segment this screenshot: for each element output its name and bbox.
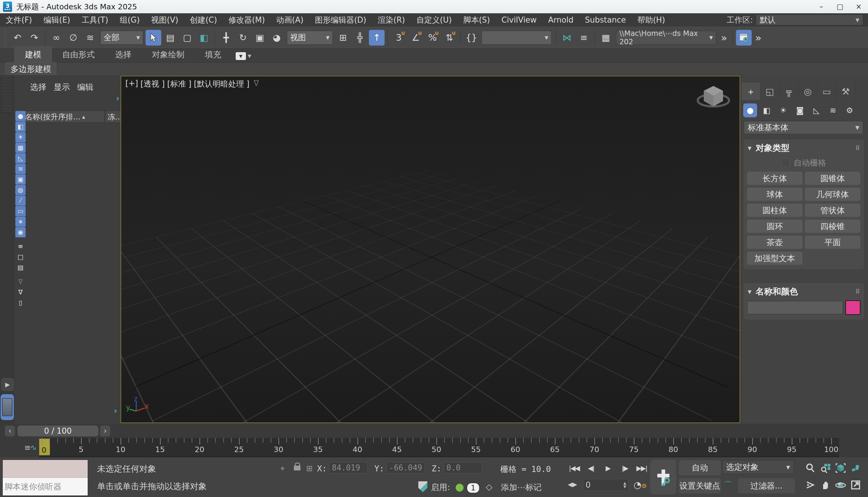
maximize-viewport-toggle-icon[interactable] <box>848 477 863 493</box>
layer-explorer-icon[interactable]: ▦ <box>598 30 614 45</box>
display-groups-icon[interactable]: ▣ <box>15 174 26 185</box>
go-to-start-button[interactable]: |◀◀ <box>567 462 582 475</box>
zoom-extents-icon[interactable] <box>833 459 848 477</box>
object-button-9[interactable]: 平面 <box>805 236 860 249</box>
maxscript-mini-listener[interactable]: 脚本迷你侦听器 <box>2 459 88 496</box>
select-by-name-icon[interactable]: ▤ <box>162 30 178 45</box>
rectangular-selection-region-icon[interactable]: ▢ <box>179 30 195 45</box>
menu-item-4[interactable]: 视图(V) <box>146 13 184 27</box>
display-cameras-icon[interactable]: ▦ <box>15 143 26 153</box>
frame-spinner[interactable]: ▲▼ <box>621 479 628 491</box>
viewport-label-segment-0[interactable]: [+] <box>126 79 138 89</box>
display-materials-icon[interactable]: ≡ <box>15 241 26 252</box>
explorer-expand-icon[interactable]: › <box>116 94 119 103</box>
object-button-2[interactable]: 球体 <box>747 188 802 201</box>
tab-hierarchy-icon[interactable]: ╦ <box>779 83 798 100</box>
ribbon-tab-2[interactable]: 选择 <box>105 47 142 62</box>
window-crossing-icon[interactable]: ◧ <box>196 30 212 45</box>
category-cameras-icon[interactable]: ◙ <box>793 103 807 117</box>
object-category-dropdown[interactable]: 标准基本体▼ <box>744 121 863 134</box>
snaps-toggle-icon[interactable]: 3∩ <box>391 30 407 45</box>
display-space-warps-icon[interactable]: ≋ <box>15 164 26 174</box>
tab-motion-icon[interactable]: ◎ <box>798 83 818 100</box>
y-coordinate-field[interactable]: -66.049 <box>386 462 425 473</box>
select-and-scale-icon[interactable]: ▣ <box>252 30 268 45</box>
viewport-label-segment-3[interactable]: [默认明暗处理 ] <box>194 79 250 89</box>
menu-item-13[interactable]: Arnold <box>543 13 579 27</box>
object-button-3[interactable]: 几何球体 <box>805 188 860 201</box>
toolbar-overflow2-icon[interactable]: » <box>752 32 765 44</box>
menu-item-15[interactable]: 帮助(H) <box>632 13 671 27</box>
object-button-5[interactable]: 管状体 <box>805 204 860 217</box>
frame-indicator[interactable]: 0 / 100 <box>17 426 98 436</box>
filter-icon[interactable]: ∇ <box>15 287 26 297</box>
auto-key-button[interactable]: 自动 <box>679 460 721 475</box>
previous-frame-button[interactable]: ◀| <box>584 462 599 475</box>
menu-item-12[interactable]: CivilView <box>496 13 543 27</box>
zoom-icon[interactable] <box>803 459 818 477</box>
menu-item-1[interactable]: 编辑(E) <box>38 13 76 27</box>
category-helpers-icon[interactable]: ◺ <box>810 103 823 117</box>
display-boxes-icon[interactable]: ▭ <box>15 206 26 216</box>
category-systems-icon[interactable]: ⚙ <box>843 103 856 117</box>
select-and-rotate-icon[interactable]: ↻ <box>235 30 251 45</box>
tab-polygon-modeling[interactable]: 多边形建模 <box>5 62 56 75</box>
object-button-8[interactable]: 茶壶 <box>747 236 802 249</box>
reference-coord-system-dropdown[interactable]: 视图▼ <box>287 31 333 45</box>
menu-item-11[interactable]: 脚本(S) <box>457 13 496 27</box>
menu-item-5[interactable]: 创建(C) <box>184 13 223 27</box>
transform-gizmo-icon[interactable]: ⌖ <box>280 464 285 473</box>
name-color-rollout-header[interactable]: ▼ 名称和颜色 ⠿ <box>744 283 864 299</box>
close-button[interactable]: × <box>849 0 868 13</box>
maximize-button[interactable]: ▢ <box>830 0 849 13</box>
object-color-swatch[interactable] <box>845 300 860 315</box>
menu-item-2[interactable]: 工具(T) <box>76 13 114 27</box>
zoom-extents-all-icon[interactable] <box>848 459 863 477</box>
tab-utilities-icon[interactable]: ⚒ <box>836 83 855 100</box>
listener-script-row[interactable]: 脚本迷你侦听器 <box>3 478 88 496</box>
project-folder-dropdown[interactable]: \\Mac\Home\⋯ds Max 202▼ <box>616 31 716 45</box>
explorer-menu-0[interactable]: 选择 <box>30 82 46 93</box>
minimize-button[interactable]: – <box>812 0 830 13</box>
menu-item-6[interactable]: 修改器(M) <box>223 13 271 27</box>
menu-item-7[interactable]: 动画(A) <box>271 13 309 27</box>
display-bones-icon[interactable]: ⁄ <box>15 196 26 206</box>
ribbon-tab-4[interactable]: 填充 <box>195 47 232 62</box>
scene-cube-icon[interactable]: ◇ <box>486 482 492 492</box>
display-list-icon[interactable]: ▤ <box>15 262 26 273</box>
object-button-4[interactable]: 圆柱体 <box>747 204 802 217</box>
percent-snap-icon[interactable]: %∩ <box>425 30 440 45</box>
listener-macro-row[interactable] <box>3 460 88 478</box>
autogrid-checkbox[interactable] <box>781 159 790 167</box>
align-icon[interactable]: ≡ <box>576 30 592 45</box>
display-lights-icon[interactable]: ☀ <box>15 132 26 142</box>
bind-to-space-warp-icon[interactable]: ≋ <box>82 30 98 45</box>
next-frame-button[interactable]: |▶ <box>617 462 632 475</box>
tab-modify-icon[interactable]: ◱ <box>761 83 779 100</box>
explorer-menu-1[interactable]: 显示 <box>54 82 70 93</box>
display-shapes-icon[interactable]: ◧ <box>15 122 26 132</box>
key-filters-icon[interactable]: ⌒ <box>723 480 732 492</box>
select-object-icon[interactable] <box>146 30 161 45</box>
key-mode-dropdown[interactable]: 选定对象▼ <box>722 460 794 474</box>
key-filters-button[interactable]: 过滤器... <box>738 478 795 493</box>
toolbar-grip[interactable] <box>4 29 6 46</box>
ribbon-tab-1[interactable]: 自由形式 <box>52 47 105 62</box>
workspace-dropdown[interactable]: 默认▼ <box>756 14 863 25</box>
menu-item-8[interactable]: 图形编辑器(D) <box>309 13 372 27</box>
notification-count-badge[interactable]: 1 <box>467 483 480 493</box>
time-configuration-icon[interactable]: ◔⚙ <box>633 480 647 490</box>
angle-snap-icon[interactable]: ∠∩ <box>408 30 424 45</box>
next-frame-arrow[interactable]: › <box>100 426 110 436</box>
select-and-move-icon[interactable]: ╋ <box>218 30 234 45</box>
object-button-10[interactable]: 加强型文本 <box>747 252 802 265</box>
edit-named-selection-sets-icon[interactable]: {} <box>464 30 479 45</box>
object-button-0[interactable]: 长方体 <box>747 172 802 185</box>
view-cube[interactable] <box>694 82 733 114</box>
render-setup-icon[interactable] <box>736 30 752 45</box>
category-space-warps-icon[interactable]: ≋ <box>826 103 840 117</box>
enabled-status-dot[interactable] <box>456 484 464 492</box>
timeline-ruler[interactable]: 0 51015202530354045505560657075808590951… <box>39 438 839 457</box>
selection-lock-icon[interactable] <box>294 466 300 470</box>
explorer-menu-2[interactable]: 编辑 <box>77 82 93 93</box>
